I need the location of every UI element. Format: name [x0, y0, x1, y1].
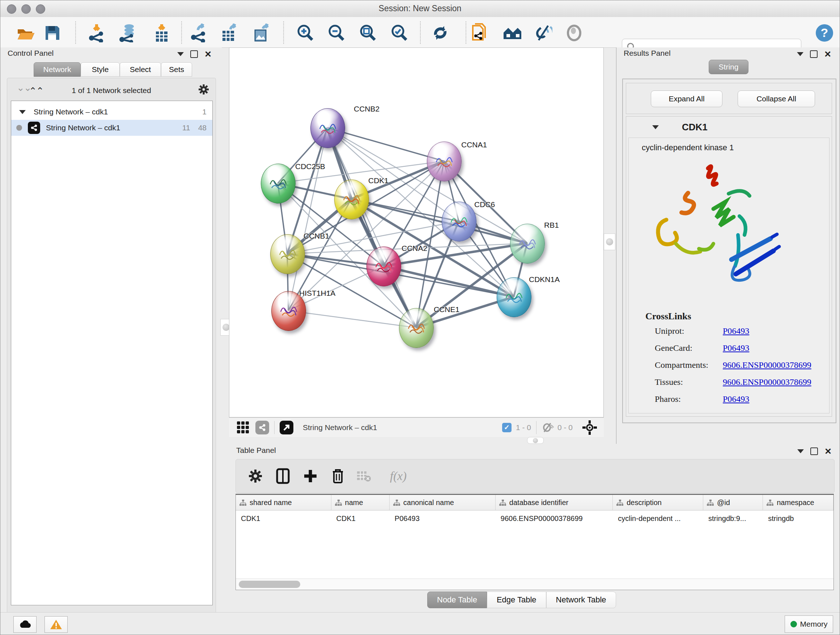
collapse-all-button[interactable]: Collapse All [737, 90, 815, 107]
open-session-button[interactable] [16, 24, 35, 42]
table-panel-menu-icon[interactable] [797, 449, 804, 453]
results-panel-float-icon[interactable] [810, 50, 818, 58]
network-node-cdk1[interactable] [334, 180, 369, 219]
tab-network[interactable]: Network [34, 62, 81, 77]
network-options-gear-icon[interactable] [198, 84, 209, 95]
network-node-rb1[interactable] [510, 224, 545, 264]
network-node-ccne1[interactable] [399, 308, 434, 348]
import-network-from-database-button[interactable] [118, 24, 137, 42]
gene-collapse-icon[interactable] [652, 125, 659, 129]
tab-string-results[interactable]: String [709, 60, 748, 74]
control-panel-float-icon[interactable] [190, 50, 198, 58]
control-panel-tabs: Network Style Select Sets [34, 62, 192, 77]
tab-sets[interactable]: Sets [161, 62, 192, 77]
table-cell[interactable]: stringdb [763, 510, 834, 526]
network-node-cdc25b[interactable] [261, 164, 295, 203]
export-network-button[interactable] [189, 24, 208, 42]
string-share-toggle-icon[interactable] [256, 421, 269, 434]
results-panel-close-icon[interactable]: ✕ [824, 51, 831, 57]
column-header-shared-name[interactable]: shared name [236, 495, 332, 510]
refresh-view-button[interactable] [431, 24, 450, 42]
show-columns-icon[interactable] [273, 467, 292, 486]
fit-selected-crosshair-icon[interactable] [582, 420, 597, 435]
crosslink-link[interactable]: P06493 [723, 326, 749, 336]
network-collection-row[interactable]: String Network – cdk1 1 [11, 104, 212, 120]
table-panel-float-icon[interactable] [810, 448, 818, 455]
presentation-eye-button[interactable] [565, 24, 584, 42]
table-cell[interactable]: CDK1 [332, 510, 390, 526]
table-cell[interactable]: CDK1 [236, 510, 332, 526]
table-row[interactable]: CDK1CDK1P064939606.ENSP00000378699cyclin… [236, 510, 834, 526]
crosslink-label: Tissues: [655, 377, 723, 387]
network-node-ccnb2[interactable] [310, 108, 345, 148]
network-view-canvas[interactable]: CCNB2CCNA1CDC25BCDK1CDC6RB1CCNB1CCNA2CDK… [229, 48, 604, 417]
network-node-ccnb1[interactable] [270, 234, 305, 274]
tab-select[interactable]: Select [120, 62, 161, 77]
delete-column-trash-icon[interactable] [328, 467, 347, 486]
node-label-ccnb2: CCNB2 [354, 105, 379, 113]
open-in-window-icon[interactable] [279, 421, 294, 434]
collection-expander-icon[interactable] [19, 110, 26, 114]
zoom-out-button[interactable] [327, 24, 346, 42]
crosslink-link[interactable]: 9606.ENSP00000378699 [723, 360, 812, 370]
results-panel-menu-icon[interactable] [797, 52, 804, 56]
column-header-database-identifier[interactable]: database identifier [496, 495, 613, 510]
crosslinks-title: CrossLinks [645, 311, 691, 322]
tab-style[interactable]: Style [81, 62, 120, 77]
column-header-namespace[interactable]: namespace [763, 495, 834, 510]
export-table-button[interactable] [220, 24, 239, 42]
network-node-cdc6[interactable] [442, 202, 477, 241]
share-document-button[interactable] [470, 24, 489, 42]
control-panel-menu-icon[interactable] [177, 52, 184, 56]
tab-network-table[interactable]: Network Table [546, 592, 616, 608]
string-home-button[interactable] [502, 24, 521, 42]
crosslink-link[interactable]: P06493 [723, 343, 749, 353]
column-type-icon [240, 500, 246, 506]
table-horizontal-scrollbar[interactable] [236, 578, 834, 590]
function-builder-icon[interactable]: f(x) [382, 467, 415, 486]
crosslink-link[interactable]: 9606.ENSP00000378699 [723, 377, 812, 387]
gene-section-header[interactable]: CDK1 [626, 117, 832, 138]
expand-all-button[interactable]: Expand All [651, 90, 722, 107]
network-node-ccna1[interactable] [427, 141, 462, 181]
tab-node-table[interactable]: Node Table [427, 592, 487, 608]
zoom-fit-button[interactable] [358, 24, 377, 42]
import-network-from-file-button[interactable] [87, 24, 106, 42]
zoom-in-button[interactable] [295, 24, 314, 42]
selected-checkbox-icon[interactable]: ✓ [502, 423, 512, 432]
right-splitter-handle[interactable] [604, 233, 615, 250]
control-panel-close-icon[interactable]: ✕ [204, 51, 212, 57]
save-session-button[interactable] [43, 24, 62, 42]
crosslink-link[interactable]: P06493 [723, 394, 749, 404]
tab-edge-table[interactable]: Edge Table [487, 592, 546, 608]
help-button[interactable]: ? [815, 24, 834, 42]
table-cell[interactable]: cyclin-dependent ... [613, 510, 703, 526]
column-header-canonical-name[interactable]: canonical name [390, 495, 496, 510]
cloud-status-button[interactable] [13, 616, 36, 633]
column-header--id[interactable]: @id [703, 495, 763, 510]
network-node-ccna2[interactable] [366, 247, 401, 287]
table-cell[interactable]: 9606.ENSP00000378699 [496, 510, 613, 526]
protein-thumbnail-icon [341, 189, 363, 211]
table-cell[interactable]: P06493 [390, 510, 496, 526]
network-row-selected[interactable]: String Network – cdk1 11 48 [11, 120, 212, 136]
horizontal-splitter-handle[interactable] [527, 437, 544, 444]
column-header-name[interactable]: name [332, 495, 390, 510]
column-type-icon [616, 500, 623, 506]
network-node-cdkn1a[interactable] [497, 277, 531, 317]
scrollbar-thumb[interactable] [239, 581, 300, 588]
table-cell[interactable]: stringdb:9... [703, 510, 763, 526]
memory-button[interactable]: Memory [785, 616, 833, 633]
zoom-selected-button[interactable] [390, 24, 409, 42]
table-panel-close-icon[interactable]: ✕ [824, 448, 832, 454]
column-header-description[interactable]: description [613, 495, 703, 510]
import-table-from-file-button[interactable] [152, 24, 171, 42]
hide-unhide-button[interactable] [534, 24, 553, 42]
create-column-plus-icon[interactable] [301, 467, 320, 486]
delete-table-icon[interactable] [355, 467, 373, 486]
table-settings-gear-icon[interactable] [246, 467, 265, 486]
warnings-button[interactable] [44, 616, 68, 633]
birdseye-grid-icon[interactable] [237, 421, 249, 433]
export-image-button[interactable] [252, 24, 271, 42]
crosslink-row: Tissues:9606.ENSP00000378699 [655, 377, 821, 387]
